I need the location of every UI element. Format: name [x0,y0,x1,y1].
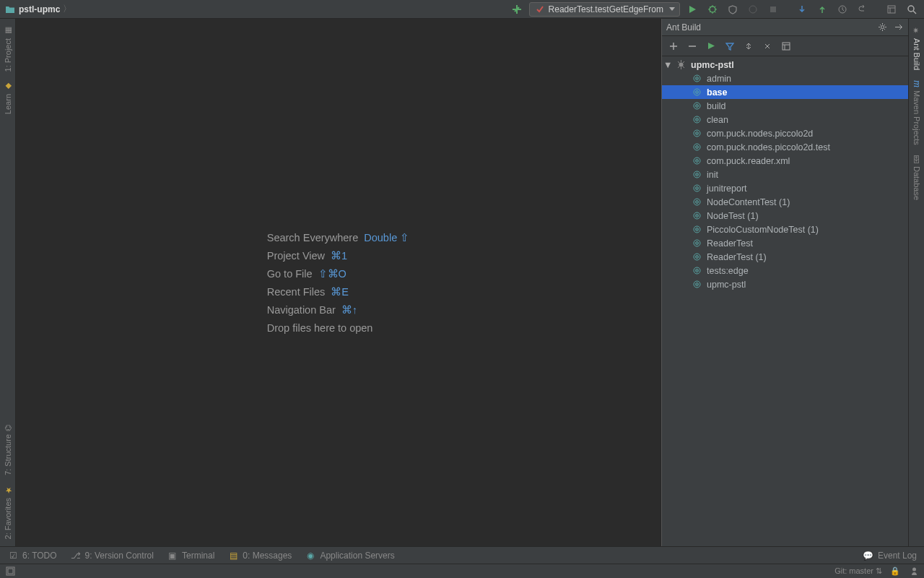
ant-target[interactable]: tests:edge [662,264,908,277]
status-bar: Git: master ⇅ 🔒 [0,564,924,578]
svg-point-6 [908,6,914,12]
svg-point-48 [696,243,697,244]
left-tool-stripe: 1: Project ▦ Learn ◆ 7: Structure ⌬ 2: F… [0,19,16,546]
tab-vcs-label: 9: Version Control [85,551,154,561]
tab-structure[interactable]: 7: Structure ⌬ [1,420,14,480]
run-config-select[interactable]: ReaderTest.testGetEdgeFrom [529,2,680,17]
ant-target-label: PiccoloCustomNodeTest (1) [707,225,819,235]
chevron-down-icon [669,7,675,11]
tab-messages[interactable]: ▤ 0: Messages [227,550,292,561]
hint-project-label: Project View [267,250,325,262]
tab-terminal-label: Terminal [182,551,214,561]
svg-point-18 [696,105,697,107]
tab-database-label: Database [912,166,921,200]
ant-target[interactable]: NodeContentTest (1) [662,195,908,209]
filter-icon[interactable] [724,40,736,52]
tab-database[interactable]: 🗄 Database [911,151,923,204]
editor-empty-state[interactable]: Search EverywhereDouble ⇧ Project View⌘1… [16,19,661,546]
ant-target-label: build [707,101,725,111]
windows-icon[interactable] [4,566,16,577]
tab-learn[interactable]: Learn ◆ [1,77,14,118]
ant-target[interactable]: com.puck.nodes.piccolo2d.test [662,140,908,154]
vcs-history-icon[interactable] [834,1,850,17]
search-icon[interactable] [904,1,920,17]
git-branch[interactable]: Git: master ⇅ [834,566,882,576]
tab-project[interactable]: 1: Project ▦ [1,22,14,76]
run-button[interactable] [684,1,700,17]
breadcrumb[interactable]: pstl-upmc 〉 [4,3,71,15]
svg-rect-3 [770,7,776,12]
ant-target[interactable]: upmc-pstl [662,277,908,291]
ant-target[interactable]: NodeTest (1) [662,209,908,223]
hide-icon[interactable] [892,22,904,33]
bubble-icon: 💬 [863,550,874,561]
hint-drop-label: Drop files here to open [267,322,373,334]
expand-all-icon[interactable] [743,40,754,52]
ant-target[interactable]: com.puck.reader.xml [662,154,908,168]
structure-icon: ⌬ [3,424,12,431]
vcs-revert-icon[interactable] [855,1,871,17]
build-icon[interactable] [509,1,525,17]
chevron-down-icon: ▼ [663,60,671,70]
tab-appservers[interactable]: ◉ Application Servers [305,550,394,561]
remove-icon[interactable] [687,40,698,52]
profile-button[interactable] [745,1,761,17]
ant-tree: ▼ upmc-pstl adminbasebuildcleancom.puck.… [662,56,908,546]
svg-point-33 [696,174,697,176]
project-icon: ▦ [3,26,12,35]
ant-target[interactable]: ReaderTest (1) [662,250,908,264]
hector-icon[interactable] [908,566,920,577]
ant-target[interactable]: com.puck.nodes.piccolo2d [662,126,908,140]
ant-target[interactable]: PiccoloCustomNodeTest (1) [662,223,908,236]
tab-maven-label: Maven Projects [912,90,921,145]
tab-terminal[interactable]: ▣ Terminal [167,550,214,561]
maven-icon: m [911,80,923,87]
bottom-tool-bar: ☑ 6: TODO ⎇ 9: Version Control ▣ Termina… [0,546,924,564]
target-icon [691,100,702,112]
database-icon: 🗄 [912,155,921,163]
ant-target[interactable]: build [662,99,908,113]
svg-rect-59 [8,569,13,574]
target-icon [691,183,702,194]
run-target-icon[interactable] [705,40,717,52]
ant-target[interactable]: admin [662,72,908,85]
gear-icon[interactable] [876,22,888,33]
tab-maven[interactable]: m Maven Projects [910,76,924,150]
debug-button[interactable] [705,1,720,17]
ant-target-label: init [707,170,718,180]
ant-root-node[interactable]: ▼ upmc-pstl [662,58,908,72]
ant-panel-title: Ant Build [666,22,701,33]
ant-tab-icon: ✷ [912,26,921,35]
ant-target-label: ReaderTest [707,238,753,249]
tab-ant[interactable]: ✷ Ant Build [910,22,923,74]
add-icon[interactable] [668,40,679,52]
structure-popup-icon[interactable] [884,1,899,17]
target-icon [691,128,702,139]
ant-target[interactable]: init [662,168,908,181]
tab-favorites[interactable]: 2: Favorites ★ [1,481,14,543]
target-icon [691,251,702,263]
svg-point-36 [696,188,697,189]
target-icon [691,155,702,167]
tab-vcs[interactable]: ⎇ 9: Version Control [70,550,154,561]
hint-search-key: Double ⇧ [364,232,409,243]
stop-button[interactable] [765,1,781,17]
collapse-all-icon[interactable] [762,40,773,52]
hint-search-label: Search Everywhere [267,232,359,243]
tab-favorites-label: 2: Favorites [4,498,12,539]
tab-todo[interactable]: ☑ 6: TODO [7,550,57,561]
vcs-update-icon[interactable] [794,1,810,17]
ant-target[interactable]: base [662,85,908,99]
ant-target[interactable]: ReaderTest [662,236,908,250]
coverage-button[interactable] [725,1,741,17]
ant-target-label: base [707,87,728,98]
vcs-commit-icon[interactable] [814,1,830,17]
svg-point-54 [696,270,697,272]
properties-icon[interactable] [780,40,792,52]
ant-target[interactable]: junitreport [662,181,908,195]
tab-eventlog[interactable]: 💬 Event Log [863,550,917,561]
ant-panel-header: Ant Build [662,19,908,36]
target-icon [691,73,702,85]
lock-icon[interactable]: 🔒 [889,566,901,577]
ant-target[interactable]: clean [662,113,908,126]
